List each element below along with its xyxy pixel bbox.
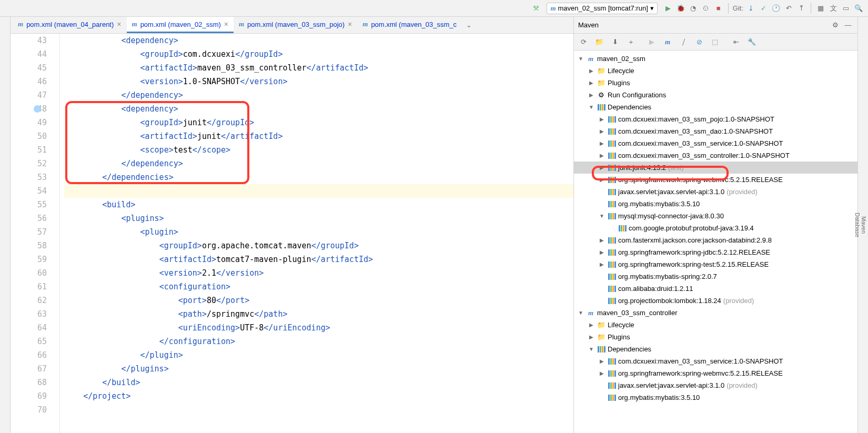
toggle-offline-icon[interactable]: ⧸	[678, 37, 689, 47]
code-line[interactable]: <groupId>org.apache.tomcat.maven</groupI…	[64, 239, 573, 253]
run-config-selector[interactable]: m maven_02_ssm [tomcat7:run] ▾	[547, 3, 657, 14]
chevron-right-icon[interactable]: ▶	[588, 68, 595, 74]
maven-tree-row[interactable]: ▶com.dcxuexi:maven_03_ssm_service:1.0-SN…	[574, 355, 857, 367]
search-icon[interactable]: 🔍	[853, 3, 864, 14]
maven-tree-row[interactable]: ▼mysql:mysql-connector-java:8.0.30	[574, 210, 857, 222]
code-line[interactable]: <groupId>com.dcxuexi</groupId>	[64, 47, 573, 61]
chevron-right-icon[interactable]: ▶	[598, 153, 605, 158]
maven-tree-row[interactable]: org.projectlombok:lombok:1.18.24 (provid…	[574, 295, 857, 307]
editor-tab[interactable]: mpom.xml (maven_03_ssm_c	[357, 17, 462, 33]
settings-icon[interactable]: ⚙	[830, 20, 841, 31]
generate-sources-icon[interactable]: 📁	[594, 37, 604, 47]
close-tab-icon[interactable]: ×	[117, 20, 121, 28]
maven-tree-row[interactable]: javax.servlet:javax.servlet-api:3.1.0 (p…	[574, 186, 857, 198]
git-history-icon[interactable]: 🕐	[771, 3, 781, 14]
maven-tree-row[interactable]: ▶📁Lifecycle	[574, 319, 857, 331]
chevron-right-icon[interactable]: ▶	[598, 116, 605, 122]
gutter-marker-icon[interactable]	[34, 105, 41, 113]
code-line[interactable]: <plugin>	[64, 225, 573, 239]
chevron-right-icon[interactable]: ▶	[598, 358, 605, 364]
maven-tree-row[interactable]: com.google.protobuf:protobuf-java:3.19.4	[574, 222, 857, 234]
right-tool-strip[interactable]: MavenDatabase	[857, 17, 868, 433]
show-dependencies-icon[interactable]: ⬚	[710, 37, 720, 47]
maven-tree-row[interactable]: org.mybatis:mybatis-spring:2.0.7	[574, 270, 857, 283]
chevron-right-icon[interactable]: ▶	[588, 322, 595, 328]
maven-tree-row[interactable]: ▶com.dcxuexi:maven_03_ssm_pojo:1.0-SNAPS…	[574, 113, 857, 125]
close-tab-icon[interactable]: ×	[224, 20, 228, 28]
hammer-icon[interactable]: ⚒	[531, 3, 541, 14]
chevron-right-icon[interactable]: ▶	[598, 237, 605, 243]
maven-tree-row[interactable]: ▼Dependencies	[574, 343, 857, 355]
maven-tree-row[interactable]: org.mybatis:mybatis:3.5.10	[574, 391, 857, 404]
code-line[interactable]: <groupId>junit</groupId>	[64, 116, 573, 129]
maven-tree-row[interactable]: ▼Dependencies	[574, 101, 857, 113]
run-maven-icon[interactable]: ▶	[647, 37, 657, 47]
code-line[interactable]: </build>	[64, 376, 573, 389]
code-line[interactable]: <version>1.0-SNAPSHOT</version>	[64, 75, 573, 88]
code-line[interactable]: </project>	[64, 389, 573, 403]
chevron-right-icon[interactable]: ▶	[598, 370, 605, 376]
chevron-down-icon[interactable]: ▼	[598, 213, 605, 219]
maven-tree-row[interactable]: ▶org.springframework:spring-test:5.2.15.…	[574, 258, 857, 270]
chevron-right-icon[interactable]: ▶	[598, 165, 605, 170]
code-line[interactable]: <dependency>	[64, 34, 573, 47]
editor-tab[interactable]: mpom.xml (maven_04_parent)×	[13, 17, 127, 33]
maven-tree-row[interactable]: ▶junit:junit:4.13.2 (test)	[574, 162, 857, 174]
coverage-icon[interactable]: ◔	[688, 3, 699, 14]
code-line[interactable]: <uriEncoding>UTF-8</uriEncoding>	[64, 321, 573, 335]
tool-window-tab[interactable]: Maven	[861, 22, 867, 428]
code-lines[interactable]: <dependency> <groupId>com.dcxuexi</group…	[60, 34, 573, 433]
chevron-right-icon[interactable]: ▶	[588, 92, 595, 98]
maven-tree-row[interactable]: ▶⚙Run Configurations	[574, 89, 857, 101]
left-tool-strip[interactable]	[0, 17, 11, 433]
debug-icon[interactable]: 🐞	[675, 3, 686, 14]
maven-tree-row[interactable]: ▶📁Plugins	[574, 77, 857, 89]
maven-tree-row[interactable]: ▶📁Lifecycle	[574, 65, 857, 77]
chevron-right-icon[interactable]: ▶	[598, 128, 605, 134]
maven-tree-row[interactable]: com.alibaba:druid:1.2.11	[574, 283, 857, 295]
editor-tab[interactable]: mpom.xml (maven_02_ssm)×	[127, 17, 234, 33]
chevron-down-icon[interactable]: ▼	[588, 104, 595, 110]
close-tab-icon[interactable]: ×	[348, 20, 352, 28]
tabs-overflow-icon[interactable]: ⌄	[462, 17, 476, 33]
chevron-right-icon[interactable]: ▶	[598, 261, 605, 267]
profile-icon[interactable]: ⏲	[701, 3, 711, 14]
maven-tree-row[interactable]: ▶📁Plugins	[574, 331, 857, 343]
code-line[interactable]: <build>	[64, 198, 573, 212]
git-pull-icon[interactable]: ⤓	[745, 3, 756, 14]
toggle-skip-tests-icon[interactable]: ⊘	[694, 37, 704, 47]
code-line[interactable]	[64, 184, 573, 198]
chevron-down-icon[interactable]: ▼	[588, 346, 595, 352]
maven-tree-row[interactable]: ▼mmaven_03_ssm_controller	[574, 307, 857, 319]
chevron-down-icon[interactable]: ▼	[577, 310, 584, 316]
code-line[interactable]: <artifactId>junit</artifactId>	[64, 129, 573, 143]
maven-tree-row[interactable]: ▶com.dcxuexi:maven_03_ssm_dao:1.0-SNAPSH…	[574, 125, 857, 137]
maven-tree-row[interactable]: ▼mmaven_02_ssm	[574, 53, 857, 65]
code-line[interactable]: <version>2.1</version>	[64, 266, 573, 280]
git-commit-icon[interactable]: ✓	[758, 3, 769, 14]
code-line[interactable]: </dependencies>	[64, 170, 573, 184]
code-line[interactable]: <port>80</port>	[64, 294, 573, 307]
run-icon[interactable]: ▶	[663, 3, 673, 14]
stop-icon[interactable]: ■	[713, 3, 724, 14]
code-line[interactable]: <artifactId>tomcat7-maven-plugin</artifa…	[64, 253, 573, 266]
code-line[interactable]: </plugin>	[64, 348, 573, 362]
reload-icon[interactable]: ⟳	[578, 37, 589, 47]
code-line[interactable]	[64, 403, 573, 417]
structure-icon[interactable]: ▦	[815, 3, 826, 14]
maven-tree-row[interactable]: javax.servlet:javax.servlet-api:3.1.0 (p…	[574, 379, 857, 391]
collapse-all-icon[interactable]: ⇤	[731, 37, 741, 47]
minimize-icon[interactable]: —	[843, 20, 853, 31]
maven-settings-icon[interactable]: 🔧	[746, 37, 757, 47]
code-line[interactable]: </dependency>	[64, 157, 573, 170]
maven-tree-row[interactable]: ▶com.dcxuexi:maven_03_ssm_service:1.0-SN…	[574, 137, 857, 149]
translate-icon[interactable]: 文	[828, 3, 839, 14]
maven-tree-row[interactable]: ▶org.springframework:spring-webmvc:5.2.1…	[574, 367, 857, 379]
code-line[interactable]: <dependency>	[64, 102, 573, 116]
chevron-right-icon[interactable]: ▶	[588, 334, 595, 340]
execute-goal-icon[interactable]: m	[662, 37, 673, 47]
code-line[interactable]: <plugins>	[64, 212, 573, 225]
maven-tree-row[interactable]: ▶org.springframework:spring-jdbc:5.2.12.…	[574, 246, 857, 258]
code-line[interactable]: <artifactId>maven_03_ssm_controller</art…	[64, 61, 573, 75]
maven-tree[interactable]: ▼mmaven_02_ssm▶📁Lifecycle▶📁Plugins▶⚙Run …	[574, 51, 857, 433]
